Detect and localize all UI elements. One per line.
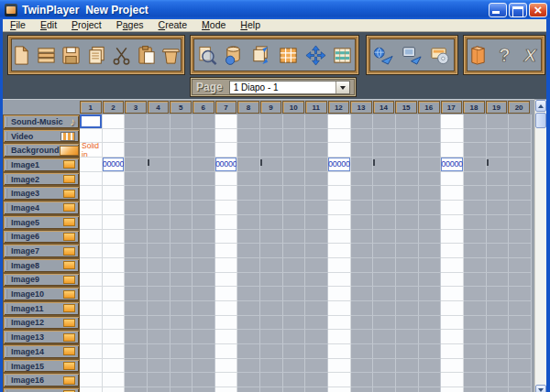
grid-cell[interactable] <box>260 215 283 230</box>
grid-cell[interactable] <box>215 344 238 359</box>
grid-cell[interactable] <box>80 373 103 387</box>
grid-cell[interactable] <box>441 215 464 230</box>
grid-cell[interactable] <box>260 172 283 187</box>
grid-cell[interactable] <box>192 215 215 230</box>
grid-cell[interactable] <box>103 287 126 301</box>
row-label-image12[interactable]: Image12 <box>3 316 80 331</box>
grid-cell[interactable] <box>487 301 510 316</box>
grid-cell[interactable] <box>260 359 283 374</box>
grid-cell[interactable] <box>396 373 419 387</box>
grid-cell[interactable] <box>351 301 374 316</box>
exit-button[interactable]: X <box>519 41 542 69</box>
grid-cell[interactable] <box>351 201 374 215</box>
grid-cell[interactable] <box>396 186 419 201</box>
grid-cell[interactable] <box>464 287 487 301</box>
grid-cell[interactable] <box>215 387 238 392</box>
grid-cell[interactable] <box>351 172 374 187</box>
grid-cell[interactable] <box>509 373 532 387</box>
grid-cell[interactable] <box>464 330 487 344</box>
grid-cell[interactable] <box>103 273 126 288</box>
grid-cell[interactable] <box>125 201 148 215</box>
grid-cell[interactable] <box>103 201 126 215</box>
grid-cell[interactable] <box>487 215 510 230</box>
grid-cell[interactable] <box>260 344 283 359</box>
row-label-image3[interactable]: Image3 <box>3 186 80 201</box>
grid-cell[interactable] <box>328 359 351 374</box>
grid-cell[interactable] <box>419 230 442 245</box>
grid-cell[interactable] <box>192 344 215 359</box>
grid-cell[interactable] <box>283 330 306 344</box>
grid-cell[interactable] <box>464 387 487 392</box>
grid-cell[interactable] <box>351 359 374 374</box>
grid-cell[interactable] <box>170 387 193 392</box>
grid-cell[interactable] <box>419 373 442 387</box>
grid-cell[interactable] <box>237 201 260 215</box>
grid-cell[interactable] <box>215 143 238 158</box>
grid-cell[interactable] <box>260 244 283 258</box>
grid-cell[interactable] <box>373 287 396 301</box>
grid-cell[interactable] <box>237 387 260 392</box>
grid-cell[interactable] <box>351 258 374 273</box>
grid-cell[interactable] <box>80 201 103 215</box>
grid-cell[interactable] <box>487 373 510 387</box>
grid-cell[interactable] <box>192 359 215 374</box>
column-header-9[interactable]: 9 <box>260 101 282 114</box>
grid-cell[interactable] <box>283 244 306 258</box>
grid-cell[interactable] <box>283 344 306 359</box>
grid-cell[interactable] <box>237 114 260 129</box>
paste-button[interactable] <box>135 41 158 69</box>
grid-cell[interactable] <box>237 359 260 374</box>
grid-cell[interactable] <box>192 201 215 215</box>
grid-cell[interactable] <box>283 201 306 215</box>
grid-cell[interactable] <box>148 230 170 245</box>
grid-cell[interactable] <box>328 143 351 158</box>
grid-cell[interactable] <box>373 373 396 387</box>
grid-cell[interactable] <box>396 158 419 172</box>
grid-cell[interactable] <box>509 387 532 392</box>
grid-cell[interactable] <box>351 373 374 387</box>
grid-cell[interactable] <box>283 114 306 129</box>
grid-cell[interactable] <box>509 143 532 158</box>
grid-cell[interactable] <box>328 273 351 288</box>
grid-cell[interactable] <box>80 344 103 359</box>
scroll-down-icon[interactable] <box>535 385 546 392</box>
grid-cell[interactable] <box>373 114 396 129</box>
grid-cell[interactable] <box>125 114 148 129</box>
grid-cell[interactable] <box>215 359 238 374</box>
grid-cell[interactable] <box>192 129 215 144</box>
maximize-button[interactable] <box>509 3 527 17</box>
grid-cell[interactable] <box>509 158 532 172</box>
media-library-button[interactable] <box>222 41 245 69</box>
grid-cell[interactable] <box>237 230 260 245</box>
grid-cell[interactable] <box>373 172 396 187</box>
open-pages-button[interactable] <box>35 41 58 69</box>
export-cd-button[interactable] <box>429 41 452 69</box>
grid-cell[interactable] <box>283 158 306 172</box>
grid-cell[interactable] <box>396 316 419 331</box>
grid-cell[interactable] <box>305 373 328 387</box>
grid-cell[interactable] <box>125 359 148 374</box>
grid-cell[interactable] <box>260 387 283 392</box>
grid-cell[interactable] <box>487 330 510 344</box>
column-header-2[interactable]: 2 <box>103 101 125 114</box>
grid-cell[interactable] <box>260 373 283 387</box>
grid-cell[interactable] <box>260 273 283 288</box>
grid-cell[interactable] <box>487 114 510 129</box>
grid-cell[interactable] <box>192 287 215 301</box>
grid-cell[interactable] <box>509 201 532 215</box>
grid-cell[interactable] <box>373 387 396 392</box>
grid-cell[interactable] <box>351 316 374 331</box>
grid-cell[interactable] <box>148 316 170 331</box>
grid-cell[interactable] <box>509 129 532 144</box>
grid-cell[interactable] <box>148 258 170 273</box>
grid-cell[interactable] <box>283 359 306 374</box>
grid-cell[interactable] <box>80 387 103 392</box>
grid-cell[interactable] <box>103 230 126 245</box>
grid-cell[interactable] <box>328 301 351 316</box>
grid-cell[interactable] <box>373 129 396 144</box>
grid-cell[interactable] <box>464 129 487 144</box>
row-label-image10[interactable]: Image10 <box>3 287 80 301</box>
grid-cell[interactable] <box>103 129 126 144</box>
grid-cell[interactable] <box>103 215 126 230</box>
grid-cell[interactable] <box>237 344 260 359</box>
